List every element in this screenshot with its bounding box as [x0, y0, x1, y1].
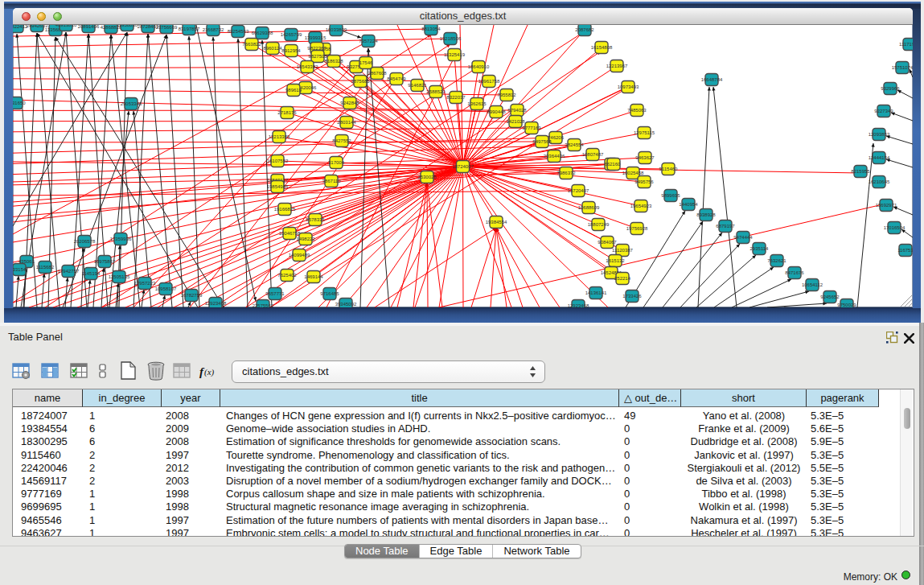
- svg-text:7986372: 7986372: [556, 171, 576, 175]
- svg-text:12213389: 12213389: [269, 134, 290, 139]
- svg-text:9899695: 9899695: [661, 193, 680, 198]
- svg-text:62160: 62160: [607, 162, 621, 167]
- svg-text:3824554: 3824554: [565, 142, 584, 147]
- svg-text:20364436: 20364436: [544, 154, 565, 159]
- svg-text:10975867: 10975867: [94, 259, 116, 264]
- svg-text:8427552: 8427552: [332, 138, 351, 143]
- svg-text:6794028: 6794028: [507, 108, 527, 113]
- svg-text:14136141: 14136141: [585, 290, 607, 295]
- svg-text:116753: 116753: [897, 248, 913, 253]
- svg-text:13999315: 13999315: [305, 35, 326, 40]
- svg-text:9227349: 9227349: [874, 109, 893, 113]
- svg-text:7955812: 7955812: [497, 93, 516, 97]
- svg-text:17016504: 17016504: [884, 225, 906, 230]
- svg-text:29053346: 29053346: [121, 101, 142, 106]
- svg-text:12923468: 12923468: [568, 303, 589, 307]
- svg-text:8215955: 8215955: [851, 169, 870, 174]
- svg-text:33154: 33154: [13, 267, 27, 272]
- svg-text:20891406: 20891406: [78, 25, 100, 29]
- svg-text:7357224: 7357224: [359, 39, 378, 43]
- svg-text:1733426: 1733426: [622, 294, 642, 299]
- svg-text:2718176: 2718176: [277, 110, 297, 115]
- svg-text:8322037: 8322037: [446, 95, 466, 100]
- svg-text:89254563: 89254563: [228, 29, 249, 34]
- svg-text:12505135: 12505135: [109, 274, 130, 279]
- svg-text:8960124: 8960124: [263, 46, 282, 51]
- svg-text:39345092: 39345092: [335, 302, 357, 307]
- svg-text:16648784: 16648784: [701, 77, 723, 82]
- svg-text:8454749: 8454749: [387, 76, 406, 81]
- svg-text:12213967: 12213967: [606, 64, 628, 68]
- svg-text:3867110: 3867110: [322, 179, 342, 183]
- svg-text:19218506: 19218506: [440, 36, 462, 41]
- svg-text:7663822: 7663822: [242, 42, 261, 47]
- svg-text:11325419: 11325419: [444, 52, 466, 57]
- svg-text:8186328: 8186328: [324, 59, 343, 64]
- svg-text:16033809: 16033809: [326, 27, 347, 32]
- svg-text:14099489: 14099489: [289, 253, 310, 257]
- svg-text:66629388: 66629388: [252, 31, 273, 35]
- svg-text:16154808: 16154808: [591, 45, 613, 50]
- svg-text:2867608: 2867608: [368, 71, 387, 76]
- svg-text:6879197: 6879197: [716, 224, 735, 229]
- svg-text:39958838: 39958838: [117, 25, 138, 27]
- svg-text:17942757: 17942757: [58, 269, 80, 274]
- svg-text:2935114: 2935114: [750, 246, 770, 251]
- svg-text:9777169: 9777169: [522, 126, 541, 130]
- svg-text:8938928: 8938928: [696, 212, 716, 217]
- svg-text:10025458: 10025458: [622, 171, 644, 175]
- svg-text:10973493: 10973493: [618, 84, 639, 89]
- svg-text:2631650: 2631650: [13, 101, 26, 105]
- svg-text:9242848: 9242848: [340, 101, 359, 105]
- svg-text:21668732: 21668732: [203, 27, 224, 32]
- svg-text:12093853: 12093853: [869, 132, 890, 137]
- svg-text:9329966: 9329966: [881, 86, 900, 91]
- svg-text:46913810: 46913810: [55, 25, 77, 27]
- svg-text:17546: 17546: [359, 60, 373, 65]
- svg-text:989619: 989619: [285, 88, 302, 93]
- svg-text:10688609: 10688609: [578, 205, 600, 210]
- svg-text:1469144: 1469144: [304, 274, 323, 279]
- svg-text:11171943: 11171943: [899, 42, 913, 47]
- svg-text:8990448: 8990448: [487, 109, 506, 114]
- svg-text:12444154: 12444154: [869, 155, 890, 160]
- svg-text:9495756: 9495756: [634, 179, 654, 184]
- svg-text:1362615: 1362615: [467, 101, 487, 106]
- svg-text:1615132: 1615132: [606, 258, 625, 263]
- svg-text:6497568: 6497568: [532, 139, 552, 144]
- svg-text:9245652: 9245652: [820, 295, 840, 299]
- svg-text:16782759: 16782759: [181, 293, 203, 298]
- svg-text:17957223: 17957223: [134, 281, 156, 286]
- svg-text:22575562: 22575562: [253, 303, 274, 307]
- svg-text:11120387: 11120387: [612, 248, 633, 253]
- svg-text:19756928: 19756928: [626, 226, 648, 231]
- svg-text:15692971: 15692971: [876, 203, 897, 208]
- svg-text:15751074: 15751074: [892, 65, 913, 70]
- svg-text:9115460: 9115460: [659, 167, 679, 171]
- svg-text:1498222: 1498222: [296, 237, 315, 241]
- svg-text:14265799: 14265799: [281, 32, 302, 37]
- svg-text:9827505: 9827505: [308, 54, 327, 59]
- svg-text:15720407: 15720407: [568, 188, 589, 193]
- svg-text:8578335: 8578335: [306, 217, 325, 222]
- svg-text:17359936: 17359936: [110, 237, 132, 241]
- svg-text:1145194: 1145194: [82, 271, 101, 276]
- svg-text:8471676: 8471676: [785, 270, 804, 275]
- svg-text:10961758: 10961758: [478, 79, 500, 84]
- svg-text:16543382: 16543382: [297, 64, 318, 69]
- svg-text:7625402: 7625402: [277, 273, 297, 278]
- svg-text:8912954: 8912954: [281, 48, 301, 53]
- svg-text:9716485: 9716485: [320, 291, 339, 296]
- svg-text:9463627: 9463627: [635, 155, 655, 160]
- svg-text:18724007: 18724007: [452, 164, 474, 169]
- svg-text:20206578: 20206578: [74, 239, 96, 244]
- svg-text:18640910: 18640910: [468, 64, 490, 69]
- svg-text:9750029: 9750029: [837, 303, 856, 307]
- svg-text:252214: 252214: [614, 276, 631, 281]
- svg-text:1421028: 1421028: [506, 119, 525, 124]
- svg-text:(x): (x): [204, 367, 215, 377]
- svg-text:16210645: 16210645: [869, 179, 890, 184]
- svg-text:1115682: 1115682: [36, 265, 55, 270]
- svg-text:2588520: 2588520: [426, 89, 446, 94]
- svg-text:2803144: 2803144: [337, 120, 356, 125]
